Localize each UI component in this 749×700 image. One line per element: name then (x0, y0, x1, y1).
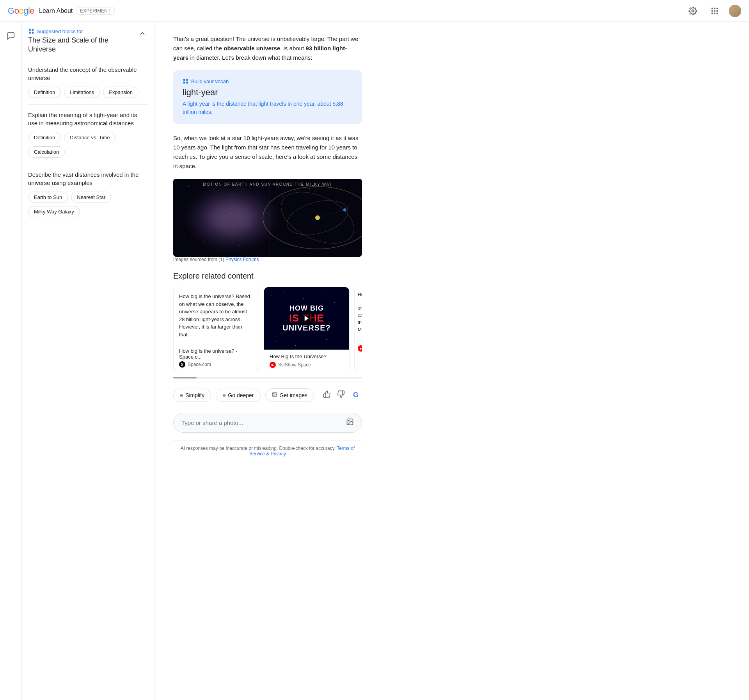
topic-section-2-title: Explain the meaning of a light-year and … (28, 111, 148, 127)
svg-point-52 (303, 298, 304, 299)
vocab-card: Build your vocab light-year A light-year… (173, 70, 362, 124)
suggested-topics-icon (28, 28, 34, 34)
body-paragraph: So, when we look at a star 10 light-year… (173, 133, 362, 171)
topic-chips-2: Definition Distance vs. Time Calculation (28, 132, 148, 158)
topics-panel-title: The Size and Scale of the Universe (28, 36, 137, 54)
cards-row[interactable]: How big is the universe? Based on what w… (173, 287, 362, 375)
chip-limitations[interactable]: Limitations (64, 87, 100, 98)
experiment-badge: EXPERIMENT (76, 7, 115, 15)
footer: AI responses may be inaccurate or mislea… (173, 441, 362, 461)
topic-chips-3: Earth to Sun Nearest Star Milky Way Gala… (28, 192, 148, 217)
chip-expansion[interactable]: Expansion (103, 87, 138, 98)
settings-button[interactable] (685, 3, 701, 19)
learn-about-label: Learn About (39, 7, 73, 14)
youtube-icon: ▶ (270, 362, 276, 368)
chip-definition-2[interactable]: Definition (28, 132, 61, 143)
svg-point-28 (348, 206, 349, 206)
topic-section-3-title: Describe the vast distances involved in … (28, 171, 148, 187)
left-rail (0, 22, 22, 700)
topic-section-2: Explain the meaning of a light-year and … (28, 104, 148, 164)
youtube-card-title: How Big Is the Universe? (270, 354, 327, 359)
thumbs-down-button[interactable] (335, 389, 346, 402)
explore-section: Explore related content How big is the u… (173, 272, 362, 378)
youtube-card[interactable]: HOW BIG IS THE UNIVERSE? How Big Is the (264, 287, 350, 372)
partial-card-text: How B...at the...call h...the va...Moon.… (355, 287, 362, 342)
galaxy-svg: MOTION OF EARTH AND SUN AROUND THE MILKY… (173, 179, 362, 257)
galaxy-title-text: MOTION OF EARTH AND SUN AROUND THE MILKY… (203, 182, 332, 187)
feedback-icons: G (321, 389, 362, 402)
partial-youtube-icon: ▶ (358, 345, 362, 352)
simplify-button[interactable]: ≡ Simplify (173, 389, 211, 402)
image-caption: Images sourced from (1) Physics Forums (173, 257, 362, 262)
space-com-card-footer: How big is the universe? - Space.c... S … (174, 344, 259, 371)
thumbs-up-button[interactable] (321, 389, 332, 402)
go-deeper-button[interactable]: ≡ Go deeper (216, 389, 260, 402)
svg-rect-7 (712, 12, 713, 14)
google-g-icon: G (353, 391, 359, 399)
svg-point-53 (322, 293, 323, 293)
go-deeper-label: Go deeper (228, 392, 254, 398)
apps-button[interactable] (707, 3, 722, 19)
chip-earth-to-sun[interactable]: Earth to Sun (28, 192, 68, 203)
space-com-icon: S (179, 361, 185, 368)
physics-forums-link[interactable]: Physics Forums (225, 257, 259, 262)
svg-rect-9 (717, 12, 718, 14)
chat-input[interactable] (181, 419, 341, 426)
topics-panel: Suggested topics for The Size and Scale … (22, 22, 154, 700)
svg-rect-3 (717, 7, 718, 9)
header-icons (685, 3, 741, 19)
space-com-source: S Space.com (179, 361, 253, 368)
get-images-button[interactable]: Get images (265, 388, 314, 402)
space-com-card[interactable]: How big is the universe? Based on what w… (173, 287, 259, 372)
space-com-card-text: How big is the universe? Based on what w… (174, 287, 259, 344)
cards-scroll-thumb (173, 377, 197, 378)
svg-point-0 (692, 10, 694, 12)
chip-calculation[interactable]: Calculation (28, 146, 65, 158)
cards-scroll-indicator (173, 377, 362, 378)
go-deeper-icon: ≡ (222, 392, 225, 398)
chip-distance-vs-time[interactable]: Distance vs. Time (64, 132, 116, 143)
space-com-label: Space.com (188, 362, 211, 367)
svg-point-54 (334, 302, 335, 303)
intro-paragraph: That's a great question! The universe is… (173, 34, 362, 62)
svg-rect-4 (712, 10, 713, 12)
simplify-icon: ≡ (180, 392, 183, 398)
svg-rect-11 (32, 29, 34, 31)
scishow-space-label: SciShow Space (278, 362, 311, 368)
svg-point-57 (326, 339, 327, 340)
image-upload-icon[interactable] (346, 418, 354, 428)
svg-point-56 (295, 345, 296, 346)
google-button[interactable]: G (350, 389, 362, 402)
get-images-icon (272, 392, 277, 398)
chip-milky-way-galaxy[interactable]: Milky Way Galaxy (28, 206, 80, 217)
svg-rect-5 (714, 10, 715, 12)
svg-rect-14 (183, 79, 185, 81)
privacy-link[interactable]: Privacy (271, 451, 286, 457)
space-com-card-title: How big is the universe? - Space.c... (179, 348, 253, 360)
vocab-icon (183, 78, 189, 84)
chip-definition-1[interactable]: Definition (28, 87, 61, 98)
input-area (173, 408, 362, 441)
avatar[interactable] (729, 5, 741, 17)
topic-section-3: Describe the vast distances involved in … (28, 164, 148, 224)
image-caption-prefix: Images sourced from (1) (173, 257, 225, 262)
chat-icon-button[interactable] (3, 28, 19, 44)
chip-nearest-star[interactable]: Nearest Star (71, 192, 111, 203)
svg-rect-6 (717, 10, 718, 12)
topic-chips-1: Definition Limitations Expansion (28, 87, 148, 98)
get-images-label: Get images (280, 392, 308, 398)
svg-point-32 (337, 239, 337, 239)
play-icon (303, 315, 310, 322)
action-bar: ≡ Simplify ≡ Go deeper Get images (173, 382, 362, 408)
partial-card[interactable]: How B...at the...call h...the va...Moon.… (354, 287, 362, 372)
play-button[interactable] (298, 310, 315, 327)
footer-text: AI responses may be inaccurate or mislea… (181, 446, 337, 451)
vocab-card-header-label: Build your vocab (191, 78, 229, 84)
collapse-topics-button[interactable] (137, 28, 148, 41)
bold-observable: observable universe (224, 45, 280, 52)
youtube-card-footer: How Big Is the Universe? ▶ SciShow Space (264, 350, 349, 372)
svg-rect-17 (186, 82, 188, 84)
svg-rect-16 (183, 82, 185, 84)
topic-section-1: Understand the concept of the observable… (28, 59, 148, 104)
svg-point-51 (283, 291, 284, 291)
